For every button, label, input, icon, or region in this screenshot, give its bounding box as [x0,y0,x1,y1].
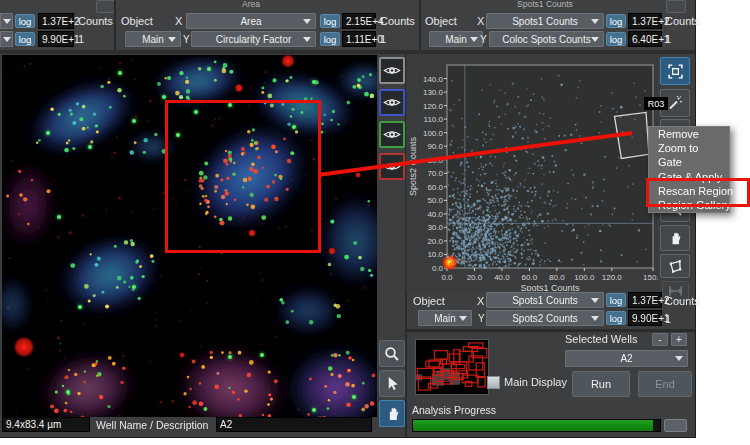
pan-plot-button[interactable] [660,225,690,251]
x-axis-label: X [477,295,484,307]
magic-wand-icon [667,95,683,111]
channel-visibility-button[interactable] [379,153,405,180]
x-feature-dropdown[interactable]: Spots1 Counts [486,292,604,308]
x-feature-dropdown[interactable]: Spots1 Counts [486,13,604,29]
measure-width-icon[interactable] [666,0,686,13]
region-label: R03 [644,97,668,110]
y-feature-dropdown[interactable]: Spots2 Counts [486,310,604,326]
chevron-down-icon[interactable] [0,31,13,47]
svg-text:0.0: 0.0 [432,264,444,273]
stat-value: 1.11E+0 [342,31,376,47]
unit-label: Counts [78,15,113,27]
well-name-label: Well Name / Description [96,419,208,431]
svg-text:40.0: 40.0 [494,273,510,282]
end-button[interactable]: End [638,371,692,397]
object-dropdown[interactable]: Main [429,31,483,47]
svg-text:Spots1 Counts: Spots1 Counts [520,283,580,291]
stat-value: 6.40E+1 [628,31,662,47]
pan-tool-button[interactable] [379,400,405,427]
top-parameter-bar: log 1.37E+2 Counts log 9.90E+1 1 Area Ob… [0,0,695,50]
log-toggle-button[interactable]: log [15,32,35,46]
y-axis-label: Y [480,34,487,45]
run-button[interactable]: Run [572,371,630,397]
log-toggle-button[interactable]: log [606,311,626,325]
panel-header: Spots1 Counts [486,0,604,9]
log-toggle-button[interactable]: log [606,293,626,307]
log-toggle-button[interactable]: log [606,14,626,28]
pan-hand-icon [385,406,400,421]
well-name-field[interactable]: A2 [216,417,372,432]
fit-view-button[interactable] [660,57,690,85]
svg-text:90.0: 90.0 [427,142,443,151]
panel-header: Area [186,0,316,9]
unit-label: 1 [78,33,84,45]
object-dropdown[interactable]: Main [418,310,472,326]
svg-text:130.0: 130.0 [423,88,444,97]
channel-visibility-button[interactable] [379,57,405,84]
unit-label: 1 [665,33,671,45]
unit-label: Counts [665,15,700,27]
menu-item-zoom-to[interactable]: Zoom to [649,141,729,155]
y-axis-label: Y [478,313,485,324]
log-toggle-button[interactable]: log [15,14,35,28]
main-display-checkbox[interactable] [487,376,500,389]
analysis-app-window: log 1.37E+2 Counts log 9.90E+1 1 Area Ob… [0,0,695,437]
chevron-down-icon[interactable] [0,13,13,29]
select-tool-button[interactable] [379,370,405,397]
svg-text:Spots2 Counts: Spots2 Counts [408,136,418,196]
progress-end-button[interactable] [664,419,687,432]
scatter-plot[interactable]: 0.010.020.030.040.050.060.070.080.090.01… [406,55,658,291]
microscopy-image-viewport[interactable] [2,55,377,417]
y-feature-dropdown[interactable]: Coloc Spots Counts [489,31,604,47]
main-display-label: Main Display [504,376,567,388]
analysis-progress-bar [412,419,661,432]
progress-fill [413,420,653,431]
magnifier-icon [384,346,400,362]
svg-text:60.0: 60.0 [522,273,538,282]
channel-visibility-button[interactable] [379,89,405,116]
y-axis-label: Y [183,34,190,45]
x-feature-dropdown[interactable]: Area [186,13,316,29]
svg-text:10.0: 10.0 [427,250,443,259]
menu-item-remove[interactable]: Remove [649,127,729,141]
log-toggle-button[interactable]: log [320,14,340,28]
region-r03-polygon[interactable] [615,112,649,158]
svg-text:40.0: 40.0 [427,210,443,219]
selection-rectangle[interactable] [165,100,321,253]
object-label: Object [425,15,457,27]
svg-text:0.0: 0.0 [441,273,453,282]
stat-value: 1.37E+2 [628,13,662,29]
channel-visibility-button[interactable] [379,121,405,148]
stat-value: 1.37E+2 [628,292,662,308]
analysis-progress-label: Analysis Progress [412,404,496,416]
object-dropdown[interactable]: Main [125,31,181,47]
chevron-down-icon [591,19,599,24]
screenshot-stage: log 1.37E+2 Counts log 9.90E+1 1 Area Ob… [0,0,750,445]
x-axis-label: X [175,15,182,27]
wells-decrease-button[interactable]: - [652,333,668,346]
menu-item-gate[interactable]: Gate [649,155,729,169]
svg-text:120.0: 120.0 [602,273,623,282]
unit-label: 1 [380,33,386,45]
pan-hand-icon [668,231,682,245]
svg-text:60.0: 60.0 [427,183,443,192]
regions-thumbnail[interactable] [415,339,489,395]
svg-text:70.0: 70.0 [427,169,443,178]
measure-width-icon[interactable] [96,0,116,13]
selected-well-dropdown[interactable]: A2 [565,350,688,367]
log-toggle-button[interactable]: log [320,32,340,46]
polygon-region-button[interactable] [660,254,690,278]
stat-value: 2.15E+4 [342,13,376,29]
eye-icon [383,161,401,172]
svg-text:80.0: 80.0 [549,273,565,282]
log-toggle-button[interactable]: log [606,32,626,46]
chevron-down-icon [675,356,683,361]
wells-increase-button[interactable]: + [671,333,687,346]
y-feature-dropdown[interactable]: Circularity Factor [191,31,316,47]
polygon-gate-icon [667,259,683,274]
svg-text:50.0: 50.0 [427,196,443,205]
svg-text:100.0: 100.0 [423,129,444,138]
zoom-tool-button[interactable] [379,340,405,367]
chevron-down-icon [591,316,599,321]
x-axis-label: X [477,15,484,27]
